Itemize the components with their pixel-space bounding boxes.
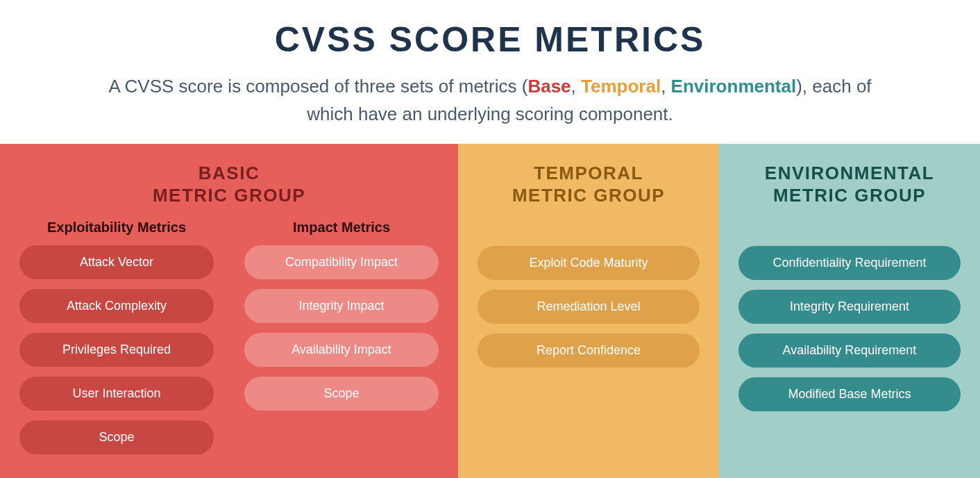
metric-availability-impact: Availability Impact — [244, 333, 439, 367]
group-environmental-title-line2: METRIC GROUP — [773, 185, 926, 206]
subgroup-impact: Impact Metrics Compatibility Impact Inte… — [244, 220, 439, 454]
accent-temporal: Temporal — [581, 76, 661, 97]
metric-integrity-impact: Integrity Impact — [244, 289, 439, 323]
accent-base: Base — [527, 76, 571, 97]
group-basic-title-line2: METRIC GROUP — [153, 185, 305, 206]
exploitability-list: Attack Vector Attack Complexity Privileg… — [19, 245, 214, 454]
group-environmental: ENVIRONMENTAL METRIC GROUP Confidentiali… — [719, 144, 980, 478]
sep1: , — [571, 76, 581, 97]
basic-subcolumns: Exploitability Metrics Attack Vector Att… — [19, 220, 439, 454]
metric-remediation-level: Remediation Level — [478, 290, 700, 324]
subgroup-exploitability: Exploitability Metrics Attack Vector Att… — [19, 220, 214, 454]
subgroup-exploitability-title: Exploitability Metrics — [19, 220, 214, 236]
group-basic: BASIC METRIC GROUP Exploitability Metric… — [0, 144, 458, 478]
metric-attack-vector: Attack Vector — [19, 245, 214, 279]
temporal-list: Exploit Code Maturity Remediation Level … — [478, 246, 700, 368]
subtitle-prefix: A CVSS score is composed of three sets o… — [108, 76, 527, 97]
group-basic-title-line1: BASIC — [198, 163, 260, 183]
group-temporal: TEMPORAL METRIC GROUP Exploit Code Matur… — [458, 144, 719, 478]
columns: BASIC METRIC GROUP Exploitability Metric… — [0, 144, 980, 478]
metric-confidentiality-requirement: Confidentiality Requirement — [738, 246, 961, 280]
impact-list: Compatibility Impact Integrity Impact Av… — [244, 245, 439, 411]
group-temporal-title-line1: TEMPORAL — [534, 163, 643, 183]
metric-compatibility-impact: Compatibility Impact — [244, 245, 439, 279]
metric-report-confidence: Report Confidence — [478, 333, 700, 368]
group-basic-title: BASIC METRIC GROUP — [19, 162, 439, 207]
group-environmental-title-line1: ENVIRONMENTAL — [765, 163, 934, 183]
metric-privileges-required: Privileges Required — [19, 333, 214, 367]
metric-scope-impact: Scope — [244, 377, 439, 411]
group-temporal-title: TEMPORAL METRIC GROUP — [478, 162, 700, 207]
metric-availability-requirement: Availability Requirement — [738, 333, 961, 368]
group-environmental-title: ENVIRONMENTAL METRIC GROUP — [738, 162, 961, 207]
header: CVSS SCORE METRICS A CVSS score is compo… — [0, 0, 980, 144]
accent-environmental: Environmental — [671, 76, 797, 97]
metric-exploit-code-maturity: Exploit Code Maturity — [478, 246, 700, 280]
environmental-list: Confidentiality Requirement Integrity Re… — [738, 246, 961, 411]
sep2: , — [661, 76, 670, 97]
page-title: CVSS SCORE METRICS — [28, 19, 952, 60]
metric-integrity-requirement: Integrity Requirement — [738, 290, 961, 324]
metric-user-interaction: User Interaction — [19, 377, 214, 411]
group-temporal-title-line2: METRIC GROUP — [512, 185, 665, 206]
metric-scope-exploit: Scope — [19, 420, 214, 454]
metric-modified-base-metrics: Modified Base Metrics — [738, 377, 961, 411]
subgroup-impact-title: Impact Metrics — [244, 220, 439, 236]
page-subtitle: A CVSS score is composed of three sets o… — [108, 72, 872, 129]
metric-attack-complexity: Attack Complexity — [19, 289, 214, 323]
